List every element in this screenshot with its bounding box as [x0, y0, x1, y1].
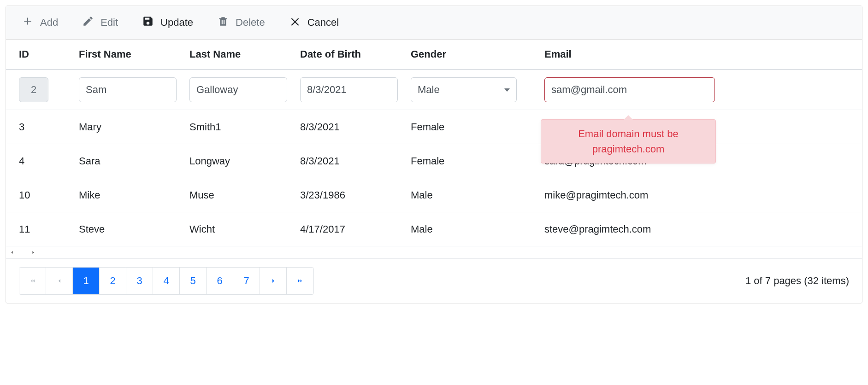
- pager: 1 2 3 4 5 6 7: [19, 267, 314, 295]
- save-icon: [142, 15, 154, 30]
- cell-gender: Female: [411, 152, 544, 170]
- dob-input[interactable]: [300, 77, 398, 102]
- validation-line1: Email domain must be: [552, 126, 704, 141]
- validation-line2: pragimtech.com: [552, 141, 704, 157]
- add-button[interactable]: Add: [19, 13, 61, 32]
- cell-gender: Male: [411, 187, 544, 204]
- cell-last: Muse: [189, 187, 300, 204]
- data-grid: Add Edit Update Delete Cancel: [6, 6, 862, 303]
- cell-id: 10: [19, 187, 79, 204]
- scroll-left-icon[interactable]: [8, 247, 16, 257]
- cell-email: steve@pragimtech.com: [544, 221, 720, 238]
- pager-prev[interactable]: [46, 268, 73, 294]
- cancel-label: Cancel: [307, 17, 339, 29]
- cell-id: 11: [19, 221, 79, 238]
- edit-button[interactable]: Edit: [79, 13, 121, 32]
- pager-last[interactable]: [287, 268, 313, 294]
- cell-dob: 8/3/2021: [300, 152, 411, 170]
- cell-last: Smith1: [189, 118, 300, 136]
- cell-first: Mike: [79, 187, 189, 204]
- cell-gender: Male: [411, 221, 544, 238]
- pager-page-5[interactable]: 5: [180, 268, 207, 294]
- cell-first: Steve: [79, 221, 189, 238]
- cancel-button[interactable]: Cancel: [286, 13, 342, 32]
- pager-page-1[interactable]: 1: [73, 268, 100, 294]
- plus-icon: [22, 15, 34, 30]
- cell-email: mike@pragimtech.com: [544, 187, 720, 204]
- table-row[interactable]: 4 Sara Longway 8/3/2021 Female sara@prag…: [6, 144, 862, 178]
- last-name-input[interactable]: [189, 77, 287, 102]
- cell-last: Longway: [189, 152, 300, 170]
- table-row[interactable]: 10 Mike Muse 3/23/1986 Male mike@pragimt…: [6, 178, 862, 212]
- pencil-icon: [82, 15, 94, 30]
- pager-page-2[interactable]: 2: [100, 268, 126, 294]
- email-input[interactable]: [544, 77, 715, 102]
- table-row[interactable]: 11 Steve Wicht 4/17/2017 Male steve@prag…: [6, 212, 862, 246]
- cell-first: Sara: [79, 152, 189, 170]
- cell-dob: 8/3/2021: [300, 118, 411, 136]
- update-label: Update: [160, 17, 193, 29]
- col-dob[interactable]: Date of Birth: [300, 46, 411, 63]
- scroll-right-icon[interactable]: [29, 247, 37, 257]
- delete-button[interactable]: Delete: [214, 13, 268, 32]
- cell-id: 3: [19, 118, 79, 136]
- cell-id: 4: [19, 152, 79, 170]
- cell-gender: Female: [411, 118, 544, 136]
- column-header-row: ID First Name Last Name Date of Birth Ge…: [6, 40, 862, 70]
- gender-select[interactable]: Male: [411, 77, 517, 102]
- col-first-name[interactable]: First Name: [79, 46, 189, 63]
- close-icon: [289, 15, 301, 30]
- add-label: Add: [40, 17, 58, 29]
- col-email[interactable]: Email: [544, 46, 720, 63]
- update-button[interactable]: Update: [139, 13, 196, 32]
- edit-label: Edit: [100, 17, 118, 29]
- email-validation-tooltip: Email domain must be pragimtech.com: [541, 119, 716, 163]
- delete-label: Delete: [236, 17, 265, 29]
- pager-next[interactable]: [260, 268, 287, 294]
- pager-first[interactable]: [19, 268, 46, 294]
- pager-page-3[interactable]: 3: [126, 268, 153, 294]
- first-name-input[interactable]: [79, 77, 177, 102]
- id-field: 2: [19, 77, 48, 102]
- col-id[interactable]: ID: [19, 46, 79, 63]
- pager-page-6[interactable]: 6: [207, 268, 233, 294]
- grid-footer: 1 2 3 4 5 6 7 1 of 7 pages (32 items): [6, 258, 862, 303]
- cell-last: Wicht: [189, 221, 300, 238]
- cell-dob: 4/17/2017: [300, 221, 411, 238]
- gender-value: Male: [418, 84, 440, 96]
- pager-info: 1 of 7 pages (32 items): [745, 275, 849, 287]
- col-gender[interactable]: Gender: [411, 46, 544, 63]
- pager-page-4[interactable]: 4: [153, 268, 180, 294]
- pager-page-7[interactable]: 7: [233, 268, 260, 294]
- grid-toolbar: Add Edit Update Delete Cancel: [6, 6, 862, 40]
- horizontal-scrollbar[interactable]: [6, 246, 862, 258]
- dob-text[interactable]: [301, 78, 398, 102]
- table-row[interactable]: 3 Mary Smith1 8/3/2021 Female: [6, 110, 862, 144]
- col-last-name[interactable]: Last Name: [189, 46, 300, 63]
- trash-icon: [217, 15, 229, 30]
- cell-dob: 3/23/1986: [300, 187, 411, 204]
- edit-row: 2 Male: [6, 70, 862, 110]
- cell-first: Mary: [79, 118, 189, 136]
- chevron-down-icon: [504, 88, 510, 92]
